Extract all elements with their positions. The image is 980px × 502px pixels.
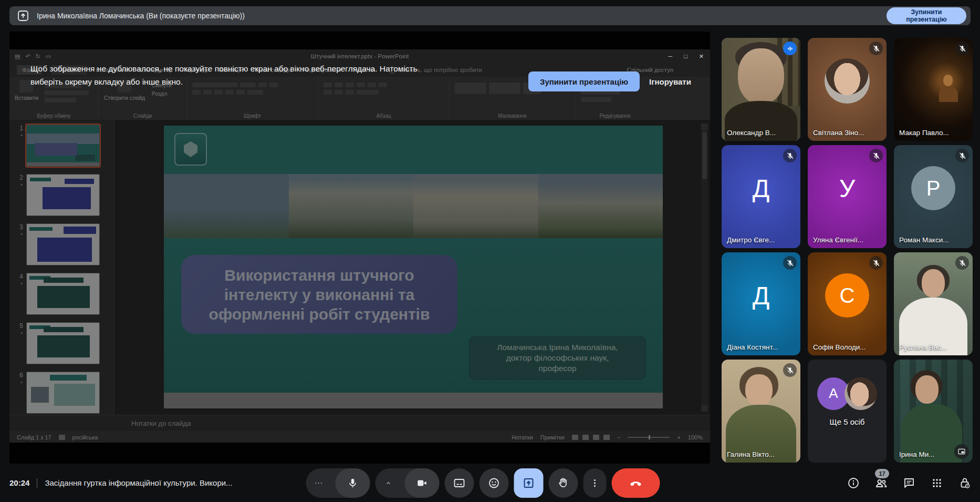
participant-name: Софія Володи...	[813, 343, 866, 351]
avatar-photo	[825, 58, 870, 104]
participant-name: Руслана Вас...	[899, 343, 947, 351]
activities-button[interactable]	[930, 476, 944, 490]
meet-control-bar: 20:24 Засідання гуртка інформаційної кул…	[0, 464, 980, 502]
people-panel-button[interactable]: 17	[874, 476, 888, 490]
avatar-letter: У	[839, 174, 856, 203]
banner-ignore-button[interactable]: Ігнорувати	[644, 71, 696, 91]
chat-icon	[903, 477, 915, 489]
meeting-panels: 17	[847, 464, 972, 502]
camera-icon[interactable]	[405, 468, 440, 498]
participant-name: Уляна Євгенії...	[813, 236, 863, 244]
participant-tile[interactable]: АЩе 5 осіб	[808, 360, 887, 463]
host-controls-button[interactable]	[958, 476, 972, 490]
audio-options-dots-icon[interactable]: ⋯	[315, 478, 324, 488]
participant-tile[interactable]: Ірина Ми...	[894, 360, 973, 463]
mic-muted-icon	[955, 149, 969, 162]
banner-stop-presentation-button[interactable]: Зупинити презентацію	[528, 71, 640, 91]
participant-tile[interactable]: Макар Павло...	[894, 38, 973, 141]
mic-muted-icon	[955, 42, 969, 55]
meeting-title: Засідання гуртка інформаційної культури.…	[45, 478, 232, 487]
mic-muted-icon	[783, 256, 797, 270]
host-lock-icon	[958, 476, 972, 490]
more-options-button[interactable]	[583, 468, 607, 498]
avatar-circle: С	[825, 273, 869, 317]
raise-hand-button[interactable]	[549, 468, 578, 498]
emoji-icon	[488, 477, 501, 489]
participant-name: Роман Макси...	[899, 236, 948, 244]
participant-tile[interactable]: ДДіана Костянт...	[722, 252, 800, 355]
present-screen-icon	[523, 477, 535, 489]
participant-name: Діана Костянт...	[727, 343, 778, 351]
mic-muted-icon	[955, 256, 969, 270]
avatar-photo	[845, 377, 877, 410]
clock: 20:24	[9, 478, 29, 487]
screen-dim-overlay	[9, 32, 710, 464]
avatar-circle: Р	[911, 166, 955, 210]
apps-grid-icon	[931, 477, 943, 489]
participant-tile[interactable]: Світлана Зіно...	[808, 38, 887, 141]
end-call-button[interactable]	[612, 468, 660, 498]
picture-in-picture-icon[interactable]	[954, 444, 969, 459]
raise-hand-icon	[557, 477, 570, 489]
end-call-icon	[629, 476, 643, 490]
participant-tile[interactable]: РРоман Макси...	[894, 145, 973, 248]
participant-tile[interactable]: Олександр В...	[722, 38, 800, 141]
avatar-letter: Д	[753, 281, 770, 310]
mic-muted-icon	[869, 149, 883, 162]
captions-icon	[453, 477, 466, 489]
participant-tile[interactable]: Руслана Вас...	[894, 252, 973, 355]
chevron-up-icon	[387, 482, 390, 484]
mic-muted-icon	[783, 363, 797, 377]
meeting-details-button[interactable]	[847, 476, 860, 490]
microphone-button[interactable]: ⋯	[306, 468, 370, 498]
mic-muted-icon	[783, 149, 797, 162]
participants-grid: Олександр В...Світлана Зіно...Макар Павл…	[722, 38, 973, 463]
present-screen-icon	[17, 9, 29, 22]
google-meet-window: Ірина Миколаївна Ломачинська (Ви (показу…	[0, 0, 980, 502]
more-vertical-icon	[589, 477, 601, 489]
participant-name: Ще 5 осіб	[808, 417, 887, 426]
participant-name: Галина Вікто...	[727, 450, 775, 458]
chat-panel-button[interactable]	[902, 476, 916, 490]
participant-tile[interactable]: ССофія Володи...	[808, 252, 887, 355]
captions-button[interactable]	[445, 468, 474, 498]
shared-screen: ▤↶↻▭ Штучний інтелект.pptx - PowerPoint …	[9, 32, 710, 464]
present-screen-button[interactable]	[514, 468, 544, 498]
participant-name: Ірина Ми...	[899, 450, 935, 458]
mic-icon[interactable]	[336, 468, 370, 498]
mic-muted-icon	[869, 256, 883, 270]
participant-tile[interactable]: ДДмитро Євге...	[722, 145, 800, 248]
presenting-status-bar: Ірина Миколаївна Ломачинська (Ви (показу…	[9, 6, 971, 25]
participant-tile[interactable]: Галина Вікто...	[722, 360, 800, 463]
speaking-indicator-icon	[783, 42, 797, 55]
overflow-avatars: А	[817, 377, 877, 410]
participant-name: Макар Павло...	[899, 129, 949, 137]
camera-button[interactable]	[376, 468, 440, 498]
avatar-letter: Д	[753, 174, 770, 203]
ppt-window-controls: ─□✕	[668, 53, 704, 60]
reactions-button[interactable]	[479, 468, 509, 498]
participant-tile[interactable]: УУляна Євгенії...	[808, 145, 887, 248]
call-controls: ⋯	[306, 468, 660, 498]
participant-count-badge: 17	[875, 469, 889, 478]
participant-name: Світлана Зіно...	[813, 129, 864, 137]
info-icon	[847, 477, 860, 489]
meeting-info: 20:24 Засідання гуртка інформаційної кул…	[9, 464, 233, 502]
participant-name: Олександр В...	[727, 129, 776, 137]
presenter-label: Ірина Миколаївна Ломачинська (Ви (показу…	[37, 12, 245, 20]
divider	[37, 478, 37, 488]
participant-name: Дмитро Євге...	[727, 236, 775, 244]
stop-presentation-button[interactable]: Зупинити презентацію	[887, 7, 966, 24]
mic-muted-icon	[869, 42, 883, 55]
